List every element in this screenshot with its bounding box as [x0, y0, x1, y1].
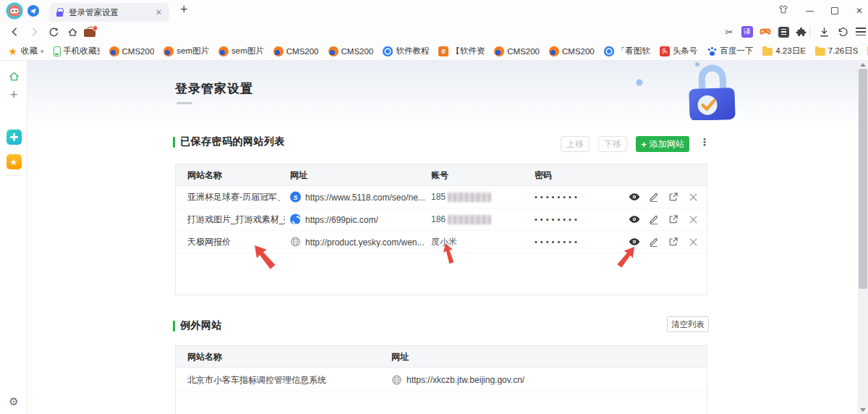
fox-icon	[273, 46, 284, 56]
eorange-icon: e	[438, 46, 448, 56]
exception-site-row: 北京市小客车指标调控管理信息系统 https://xkczb.jtw.beiji…	[176, 368, 707, 392]
home-button[interactable]	[67, 26, 78, 38]
workspace-briefcase-icon[interactable]	[84, 26, 95, 38]
sidebar-settings-gear-icon[interactable]: ⚙	[0, 395, 27, 408]
bookmark-label: 软件教程	[396, 46, 429, 56]
section-menu-kebab-icon[interactable]: ⋮	[699, 137, 710, 147]
scroll-up-arrow[interactable]	[860, 63, 866, 67]
browser-titlebar: 登录管家设置 ✕ + ✕	[0, 0, 868, 22]
minimize-button[interactable]	[804, 7, 814, 15]
open-site-icon[interactable]	[668, 236, 679, 248]
delete-icon[interactable]	[687, 214, 699, 225]
bookmark-item[interactable]: sem图片	[218, 46, 264, 56]
bookmark-label: CMS200	[286, 47, 319, 56]
exceptions-table-body: 北京市小客车指标调控管理信息系统 https://xkczb.jtw.beiji…	[176, 368, 707, 392]
saved-site-row: 打游戏图片_打游戏素材_打... https://699pic.com/ 186…	[176, 208, 707, 231]
account-cell: 度小米	[431, 236, 457, 248]
bookmark-item[interactable]: CMS200	[109, 46, 155, 56]
screenshot-scissors-icon[interactable]: ✂	[723, 26, 735, 38]
scrollbar-thumb[interactable]	[859, 69, 867, 289]
bookmark-item[interactable]: CMS200	[494, 46, 540, 56]
bookmark-label: 头条号	[673, 46, 698, 56]
show-password-icon[interactable]	[629, 214, 640, 225]
column-header: 账号	[431, 169, 448, 181]
site-favicon	[391, 374, 402, 385]
site-url: http://product.yesky.com/wen...	[305, 237, 425, 247]
bookmark-label: 4.23日E	[775, 46, 806, 56]
column-header: 网址	[391, 350, 409, 363]
scroll-down-arrow[interactable]	[860, 408, 866, 412]
bookmark-item[interactable]: 4.23日E	[762, 46, 806, 56]
edit-icon[interactable]	[648, 214, 660, 225]
bookmark-item[interactable]: 头 头条号	[660, 46, 698, 56]
browser-toolbar: … ✂ 译	[0, 22, 868, 42]
baidu-icon	[707, 46, 717, 56]
window-close-button[interactable]: ✕	[854, 7, 864, 15]
bookmark-item[interactable]: ★ 收藏 ▾	[7, 46, 44, 57]
exceptions-table: 网站名称网址 北京市小客车指标调控管理信息系统 https://xkczb.jt…	[175, 345, 707, 414]
sidebar-add-icon[interactable]: +	[0, 87, 27, 103]
bookmark-label: 【软件资	[451, 46, 485, 56]
bookmark-item[interactable]: 「看图软	[604, 46, 650, 56]
site-url: https://699pic.com/	[305, 214, 378, 224]
move-up-button[interactable]: 上移	[561, 136, 590, 152]
lock-icon	[56, 12, 63, 17]
bookmark-item[interactable]: e 【软件资	[438, 46, 485, 56]
account-text: 185	[431, 192, 446, 202]
new-tab-button[interactable]: +	[180, 2, 188, 17]
open-site-icon[interactable]	[668, 191, 679, 203]
forward-button[interactable]	[29, 26, 41, 38]
plus-icon: +	[641, 139, 647, 150]
delete-icon[interactable]	[687, 191, 699, 203]
browser-logo-icon[interactable]	[6, 2, 23, 20]
show-password-icon[interactable]	[629, 191, 640, 203]
maximize-button[interactable]	[830, 7, 840, 15]
bookmark-item[interactable]: sem图片	[163, 46, 209, 56]
games-icon[interactable]	[760, 26, 771, 38]
account-text: 186	[431, 214, 446, 224]
extensions-puzzle-icon[interactable]	[795, 26, 807, 38]
bookmark-item[interactable]: 软件教程	[383, 46, 429, 56]
column-header: 网站名称	[187, 350, 222, 363]
bookmark-item[interactable]: CMS200	[549, 46, 595, 56]
saved-table-body: 亚洲杯足球赛-历届冠军、... S https://www.5118.com/s…	[176, 186, 707, 253]
sidebar-app-teal-icon[interactable]	[0, 130, 27, 145]
reader-mode-icon[interactable]	[778, 26, 789, 38]
sidebar-home-icon[interactable]	[0, 70, 27, 83]
restore-history-icon[interactable]	[837, 26, 848, 38]
bookmark-item[interactable]: CMS200	[328, 46, 374, 56]
tab-close-icon[interactable]: ✕	[154, 7, 163, 19]
translate-icon[interactable]: 译	[741, 26, 753, 38]
theme-skin-icon[interactable]	[778, 5, 788, 14]
open-site-icon[interactable]	[668, 214, 679, 225]
add-site-button[interactable]: +添加网站	[636, 136, 689, 152]
edit-icon[interactable]	[648, 236, 660, 248]
row-actions	[629, 191, 699, 203]
downloads-icon[interactable]	[818, 26, 830, 38]
site-favicon	[290, 214, 301, 225]
delete-icon[interactable]	[687, 236, 699, 248]
bookmark-item[interactable]: 7.26日S	[815, 46, 859, 56]
menu-icon[interactable]	[855, 26, 867, 38]
bookmark-label: CMS200	[122, 47, 155, 56]
move-down-button[interactable]: 下移	[598, 136, 627, 152]
browser-tab[interactable]: 登录管家设置 ✕	[49, 3, 169, 22]
clear-list-button[interactable]: 清空列表	[667, 316, 709, 332]
messenger-icon[interactable]	[27, 5, 39, 17]
bookmark-item[interactable]: 百度一下	[707, 46, 753, 56]
show-password-icon[interactable]	[629, 236, 640, 248]
bookmark-item[interactable]: CMS200	[273, 46, 319, 56]
bookmark-item[interactable]: 手机收藏夹	[54, 46, 100, 56]
back-button[interactable]	[9, 26, 20, 38]
section-accent-bar	[173, 137, 175, 148]
bookmark-label: 手机收藏夹	[64, 46, 100, 56]
row-actions	[629, 236, 699, 248]
page-scrollbar[interactable]	[858, 61, 868, 414]
edit-icon[interactable]	[648, 191, 660, 203]
sidebar-favorites-star-icon[interactable]: ★	[0, 154, 27, 169]
phone-icon	[54, 46, 61, 56]
reload-button[interactable]	[48, 26, 59, 38]
bookmark-label: 「看图软	[617, 46, 650, 56]
account-blurred-block	[448, 193, 491, 202]
sidebar-divider	[6, 175, 22, 176]
